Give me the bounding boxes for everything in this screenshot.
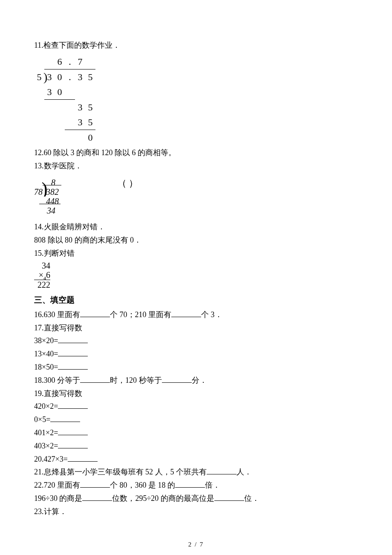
q14b: 808 除以 80 的商的末尾没有 0．: [34, 234, 358, 246]
blank: [80, 309, 110, 317]
q15-sign: ×: [39, 270, 43, 280]
blank: [58, 348, 88, 356]
q12: 12.60 除以 3 的商和 120 除以 6 的商相等。: [34, 147, 358, 159]
blank: [175, 480, 205, 488]
q15-digit: 6: [46, 270, 50, 280]
q17b-line: 13×40=: [34, 348, 358, 360]
page-number: 2 / 7: [34, 539, 358, 549]
d1-s2b: 5: [85, 100, 95, 115]
d1-q2: 7: [75, 54, 85, 69]
blank: [171, 309, 201, 317]
d1-div0: 3: [47, 72, 52, 82]
blank: [214, 493, 244, 501]
d1-s3b: 5: [85, 115, 95, 130]
q19d: 403×2=: [34, 442, 58, 450]
d1-s1b: 0: [55, 84, 65, 100]
blank: [58, 361, 88, 370]
q17c: 18×50=: [34, 363, 58, 371]
q18c: 分．: [192, 376, 207, 384]
q16: 16.630 里面有个 70；210 里面有个 3．: [34, 309, 358, 321]
blank: [80, 375, 110, 383]
q15-res: 222: [34, 280, 50, 289]
q15-multiplication: 34 ×46 222: [34, 261, 50, 289]
d1-div1: 0: [55, 69, 65, 84]
q22c: 倍．: [205, 481, 220, 489]
q17a: 38×20=: [34, 336, 58, 345]
q21b: 人．: [236, 468, 252, 476]
d1-q0: 6: [55, 54, 65, 69]
q21: 21.息烽县第一小学三年级每班有 52 人，5 个班共有人．: [34, 466, 358, 478]
q22f: 位．: [244, 494, 259, 503]
blank: [162, 375, 192, 383]
q20: 20.427×3=: [34, 455, 68, 463]
q15-a: 34: [34, 261, 50, 270]
q15: 15.判断对错: [34, 247, 358, 260]
q22d: 196÷30 的商是: [34, 494, 82, 503]
q16c: 个 3．: [201, 310, 222, 319]
q21a: 21.息烽县第一小学三年级每班有 52 人，5 个班共有: [34, 468, 207, 476]
q14a: 14.火眼金睛辨对错．: [34, 221, 358, 233]
q13-diff: 34: [47, 204, 55, 217]
q19c: 401×2=: [34, 428, 58, 437]
d1-q1: .: [65, 54, 75, 69]
blank: [80, 480, 110, 488]
q19b-line: 0×5=: [34, 413, 358, 426]
section-3-heading: 三、填空题: [34, 294, 358, 306]
blank: [58, 427, 88, 435]
d1-s2a: 3: [75, 100, 85, 115]
blank: [58, 335, 88, 343]
q19: 19.直接写得数: [34, 387, 358, 400]
q16a: 16.630 里面有: [34, 310, 80, 319]
q22-l2: 196÷30 的商是位数，295÷20 的商的最高位是位．: [34, 492, 358, 505]
d1-div2: .: [65, 69, 75, 84]
blank: [58, 440, 88, 448]
q13-text: 13.数学医院．: [34, 160, 358, 172]
q18: 18.300 分等于时，120 秒等于分．: [34, 374, 358, 387]
d1-div4: 5: [85, 69, 95, 84]
d1-divisor: 5: [34, 69, 44, 84]
q16b: 个 70；210 里面有: [110, 310, 171, 319]
document-page: 11.检查下面的数学作业． 6 . 7 5 ) 3 0 . 3 5: [0, 0, 392, 555]
q17a-line: 38×20=: [34, 335, 358, 347]
q22-l1: 22.720 里面有个 80，360 是 18 的倍．: [34, 479, 358, 491]
q13-divisor: 78: [34, 185, 43, 199]
q17b: 13×40=: [34, 350, 58, 358]
q11-text: 11.检查下面的数学作业．: [34, 39, 358, 52]
q23: 23.计算．: [34, 506, 358, 518]
q22a: 22.720 里面有: [34, 481, 80, 489]
d1-rem: 0: [85, 130, 95, 145]
q20-line: 20.427×3=: [34, 453, 358, 465]
blank: [58, 401, 88, 409]
q11-long-division: 6 . 7 5 ) 3 0 . 3 5 3 0: [34, 54, 358, 145]
d1-s3a: 3: [75, 115, 85, 130]
q17c-line: 18×50=: [34, 361, 358, 373]
blank: [50, 414, 80, 422]
blank: [207, 466, 236, 474]
q19a-line: 420×2=: [34, 400, 358, 413]
q18a: 18.300 分等于: [34, 376, 80, 384]
blank: [68, 454, 98, 462]
q22b: 个 80，360 是 18 的: [110, 481, 175, 489]
q19d-line: 403×2=: [34, 440, 358, 452]
q19a: 420×2=: [34, 402, 58, 410]
blank: [82, 493, 112, 501]
q19c-line: 401×2=: [34, 427, 358, 439]
q17: 17.直接写得数: [34, 322, 358, 334]
d1-div3: 3: [75, 69, 85, 84]
q22e: 位数，295÷20 的商的最高位是: [112, 494, 214, 503]
q13-paren: （ ）: [117, 176, 138, 191]
q18b: 时，120 秒等于: [110, 376, 162, 384]
q13-long-division: 8 78 382 448 34 （ ）: [34, 176, 358, 218]
q19b: 0×5=: [34, 415, 50, 424]
